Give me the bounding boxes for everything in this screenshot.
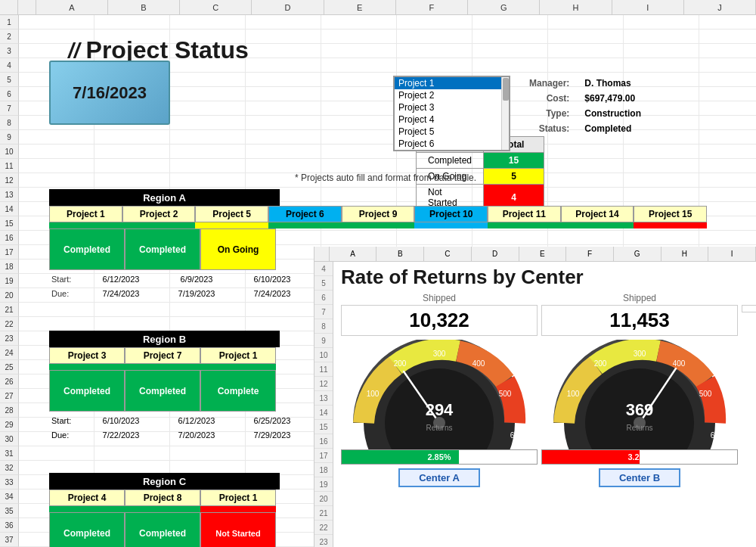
type-label: Type: [522,106,577,121]
col-header-b: B [108,0,180,14]
region-b-start-1: 6/25/2023 [234,413,310,427]
region-a-header: Region A [49,189,280,206]
project-info-table: Manager: D. Thomas Cost: $697,479.00 Typ… [522,76,649,136]
chart-col-a: A [330,247,377,261]
start-label: Start: [49,272,83,286]
note-text: * Projects auto fill and format from dat… [295,172,476,183]
region-a-color-11 [488,222,561,228]
gauge-c-shipped-value [742,305,756,312]
region-b-status-row: Completed Completed Complete [49,370,310,412]
col-header-f: F [396,0,468,14]
region-a-status-5: On Going [200,228,276,270]
region-a-color-2 [122,222,196,228]
svg-text:200: 200 [594,359,607,368]
svg-text:400: 400 [673,359,686,368]
gauge-a-progress: 2.85% [341,449,538,465]
gauge-a-progress-bar: 2.85% [341,449,538,465]
completed-label: Completed [417,153,484,169]
region-b-project-1-header: Project 1 [200,347,276,364]
gauge-a-display: 294 Returns 0 100 200 300 400 500 600 [341,340,538,457]
scrollbar-thumb[interactable] [503,78,509,101]
region-b: Region B Project 3 Project 7 Project 1 C… [49,331,310,442]
region-c-status-8: Completed [125,512,200,547]
region-a-color-1 [49,222,122,228]
project-list-item-3[interactable]: Project 3 [395,101,504,113]
region-a-start-5: 6/10/2023 [234,272,310,286]
project-list-item-6[interactable]: Project 6 [395,138,504,150]
region-b-due-7: 7/20/2023 [159,427,234,442]
title-icon: // [68,39,80,63]
col-header-i: I [612,0,684,14]
svg-text:500: 500 [499,390,512,398]
region-a-start-1: 6/12/2023 [83,272,159,286]
gauge-center-a: Shipped 10,322 [341,293,538,487]
gauge-center-b: Shipped 11,453 [541,293,738,487]
chart-panel: A B C D E F G H I 4 5 6 7 8 9 10 11 12 1… [314,247,756,547]
region-a-color-row [49,222,707,228]
project-list[interactable]: Project 1 Project 2 Project 3 Project 4 … [393,76,510,151]
chart-col-d: D [472,247,519,261]
region-b-due-row: Due: 7/22/2023 7/20/2023 7/29/2023 [49,427,310,442]
gauge-b-pct: 3.22% [542,450,737,464]
cost-value: $697,479.00 [577,91,649,106]
gauge-c-shipped-label: Shipped [742,293,756,303]
region-a-color-9 [342,222,415,228]
col-header-row [18,0,36,14]
chart-col-h: H [662,247,709,261]
gauge-a-pct: 2.85% [342,450,537,464]
chart-main: Rate of Returns by Center Shipped 10,322 [333,262,756,547]
status-value: Completed [577,121,649,136]
region-b-status-3: Completed [49,370,125,412]
gauge-a-shipped-label: Shipped [341,293,538,303]
region-b-project-headers: Project 3 Project 7 Project 1 [49,347,310,364]
region-a-status-2: Completed [125,228,200,270]
col-header-h: H [540,0,612,14]
gauge-b-progress-bar: 3.22% [541,449,738,465]
region-a-color-14 [561,222,634,228]
region-c-project-1-header: Project 1 [200,490,276,506]
region-a-project-14-header: Project 14 [561,206,634,222]
svg-text:200: 200 [394,359,407,368]
region-b-start-7: 6/12/2023 [159,413,234,427]
region-a-project-6-header: Project 6 [268,206,342,222]
region-c-project-8-header: Project 8 [125,490,200,506]
svg-text:100: 100 [367,390,380,398]
gauge-b-progress: 3.22% [541,449,738,465]
region-c-header: Region C [49,473,280,490]
project-list-item-4[interactable]: Project 4 [395,113,504,126]
region-a-due-5: 7/24/2023 [234,286,310,300]
project-list-item-2[interactable]: Project 2 [395,89,504,101]
project-list-item-1[interactable]: Project 1 [395,77,504,89]
gauge-b-center-label: Center B [599,468,680,487]
column-headers: A B C D E F G H I J [0,0,756,15]
svg-text:0: 0 [360,431,364,440]
gauge-b-shipped-value: 11,453 [541,305,738,336]
svg-text:0: 0 [560,431,565,440]
col-header-g: G [468,0,540,14]
region-b-header: Region B [49,331,280,347]
region-c-project-4-header: Project 4 [49,490,125,506]
ongoing-count: 5 [484,169,544,185]
region-a-project-1-header: Project 1 [49,206,122,222]
svg-text:Returns: Returns [626,424,652,432]
col-header-j: J [684,0,756,14]
gauge-center-c-partial: Shipped [742,293,756,487]
info-box: Manager: D. Thomas Cost: $697,479.00 Typ… [522,76,649,136]
svg-text:100: 100 [567,390,580,398]
gauge-b-svg: 369 Returns 0 100 200 300 400 500 600 [549,340,730,457]
project-list-item-5[interactable]: Project 5 [395,126,504,138]
region-c-project-headers: Project 4 Project 8 Project 1 [49,490,280,506]
corner-cell [0,0,18,14]
gauge-a-center-label-container: Center A [341,468,538,487]
region-a-project-5-header: Project 5 [195,206,268,222]
project-list-scrollbar[interactable] [501,77,509,150]
region-a-color-5 [195,222,268,228]
type-value: Construction [577,106,649,121]
start-label-b: Start: [49,413,83,427]
chart-col-g: G [614,247,662,261]
region-a-due-1: 7/24/2023 [83,286,159,300]
svg-text:294: 294 [426,400,454,419]
col-header-a: A [36,0,108,14]
region-a-project-2-header: Project 2 [122,206,196,222]
chart-content-area: 4 5 6 7 8 9 10 11 12 13 14 15 16 17 18 1… [314,262,756,547]
